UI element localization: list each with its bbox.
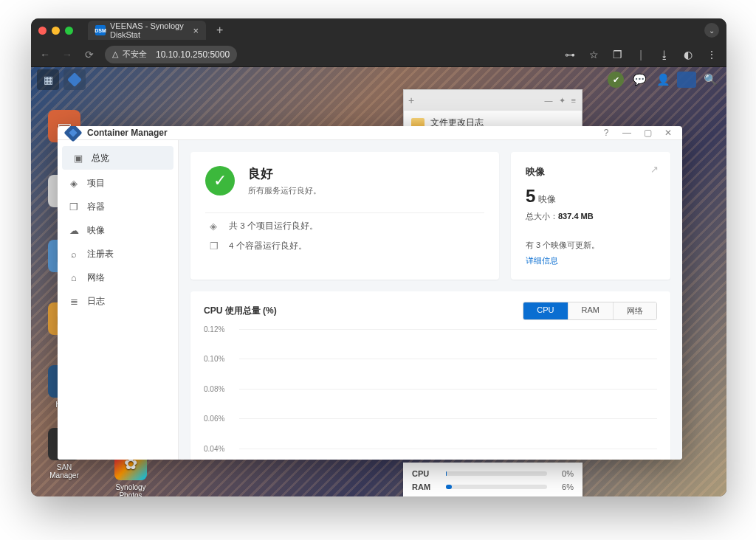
new-tab-button[interactable]: + — [216, 24, 223, 37]
log-icon: ≣ — [68, 296, 80, 307]
bg-minimize-icon[interactable]: — — [545, 96, 553, 105]
chart-tab-net[interactable]: 网络 — [613, 302, 656, 319]
sidebar-item-registry[interactable]: ⌕注册表 — [58, 242, 178, 266]
images-update-text: 有 3 个映像可更新。 — [526, 240, 656, 251]
profile-icon[interactable]: ◐ — [681, 49, 695, 60]
dashboard-icon[interactable] — [676, 70, 697, 89]
status-subtitle: 所有服务运行良好。 — [248, 185, 321, 196]
status-line-2: 4 个容器运行良好。 — [229, 240, 307, 252]
reload-button[interactable]: ⟳ — [83, 49, 96, 60]
user-icon[interactable]: 👤 — [653, 70, 673, 89]
browser-window: DSM VEENAS - Synology DiskStat × + ⌄ ← →… — [31, 18, 726, 496]
sidebar-item-log[interactable]: ≣日志 — [58, 289, 178, 313]
status-ok-icon: ✓ — [205, 166, 235, 195]
sidebar-item-network[interactable]: ⌂网络 — [58, 266, 178, 289]
bg-pin-icon[interactable]: ✦ — [559, 96, 566, 105]
images-card[interactable]: ↗ 映像 5映像 总大小：837.4 MB 有 3 个映像可更新。 详细信息 — [511, 152, 670, 280]
tab-favicon-icon: DSM — [95, 25, 106, 35]
overview-icon: ▣ — [72, 153, 84, 164]
sysmon-cpu-value: 0% — [553, 469, 574, 478]
chart-ytick: 0.12% — [204, 325, 224, 333]
bg-new-tab-icon[interactable]: + — [408, 94, 414, 106]
window-traffic-lights — [38, 27, 73, 35]
sidebar-item-project[interactable]: ◈项目 — [58, 171, 178, 195]
chart-plot-area: 0.12%0.10%0.08%0.06%0.04% — [204, 325, 657, 454]
url-field[interactable]: △ 不安全 10.10.10.250:5000 — [105, 46, 237, 63]
sysmon-ram-label: RAM — [412, 482, 440, 491]
sysmon-ram-value: 6% — [553, 482, 574, 491]
chart-ytick: 0.06% — [204, 415, 224, 423]
security-label: 不安全 — [123, 49, 147, 60]
browser-tab[interactable]: DSM VEENAS - Synology DiskStat × — [88, 21, 206, 40]
projects-icon: ◈ — [210, 221, 221, 232]
network-icon: ⌂ — [68, 272, 80, 283]
insecure-icon: △ — [112, 49, 118, 59]
images-size-label: 总大小： — [526, 212, 558, 221]
bookmark-icon[interactable]: ☆ — [586, 49, 601, 60]
address-bar: ← → ⟳ △ 不安全 10.10.10.250:5000 ⊶ ☆ ❐ | ⭳ … — [31, 42, 726, 67]
minimize-icon[interactable]: — — [622, 128, 632, 138]
sidebar-item-container[interactable]: ❐容器 — [58, 195, 178, 218]
images-unit: 映像 — [538, 194, 556, 204]
sysmon-total-label: 总计 - — [412, 496, 440, 496]
fullscreen-window-icon[interactable] — [65, 27, 73, 35]
browser-tab-bar: DSM VEENAS - Synology DiskStat × + ⌄ — [31, 18, 726, 42]
chart-ytick: 0.10% — [204, 355, 224, 363]
dsm-taskbar: ▦ ✔ 💬 👤 🔍 — [31, 67, 726, 92]
chart-title: CPU 使用总量 (%) — [204, 305, 277, 317]
cm-sidebar: ▣总览 ◈项目 ❐容器 ☁映像 ⌕注册表 ⌂网络 ≣日志 — [58, 140, 179, 460]
chart-ytick: 0.04% — [204, 444, 224, 452]
sidebar-item-image[interactable]: ☁映像 — [58, 218, 178, 242]
sysmon-cpu-label: CPU — [412, 469, 440, 478]
minimize-window-icon[interactable] — [52, 27, 60, 35]
sidebar-item-overview[interactable]: ▣总览 — [62, 146, 173, 170]
images-size-value: 837.4 MB — [558, 212, 594, 221]
images-details-link[interactable]: 详细信息 — [526, 255, 656, 266]
tabs-overflow-icon[interactable]: ⌄ — [704, 23, 719, 38]
chart-tab-group: CPU RAM 网络 — [523, 302, 657, 320]
status-line-1: 共 3 个项目运行良好。 — [229, 221, 318, 232]
main-menu-button[interactable]: ▦ — [37, 69, 59, 90]
container-manager-window: Container Manager ? — ▢ ✕ ▣总览 ◈项目 ❐容器 ☁映… — [58, 126, 682, 460]
key-icon[interactable]: ⊶ — [563, 49, 577, 60]
url-text: 10.10.10.250:5000 — [156, 49, 230, 60]
sysmon-cpu-bar — [446, 471, 547, 476]
tab-title: VEENAS - Synology DiskStat — [110, 21, 187, 39]
bg-options-icon[interactable]: ≡ — [571, 96, 576, 105]
images-count: 5 — [526, 186, 535, 206]
extensions-icon[interactable]: ❐ — [610, 49, 625, 60]
container-icon: ❐ — [68, 201, 80, 212]
chart-tab-cpu[interactable]: CPU — [523, 302, 567, 319]
close-window-icon[interactable] — [38, 27, 47, 35]
tab-close-icon[interactable]: × — [193, 25, 199, 36]
help-icon[interactable]: ? — [601, 128, 611, 138]
chat-icon[interactable]: 💬 — [629, 70, 650, 89]
search-icon[interactable]: 🔍 — [700, 70, 721, 89]
status-badge-icon[interactable]: ✔ — [605, 70, 626, 89]
chart-ytick: 0.08% — [204, 384, 224, 392]
maximize-icon[interactable]: ▢ — [642, 128, 653, 138]
dsm-desktop: ▦ ✔ 💬 👤 🔍 + — ✦ ≡ — [31, 67, 726, 496]
sysmon-ram-bar — [446, 485, 547, 489]
image-icon: ☁ — [68, 225, 80, 236]
system-monitor-widget[interactable]: CPU 0% RAM 6% 总计 - ⇡ 2.2 KB/s ⇣ 5.3 KB/s… — [403, 463, 583, 496]
cm-title: Container Manager — [87, 128, 168, 138]
cm-titlebar[interactable]: Container Manager ? — ▢ ✕ — [58, 126, 682, 140]
taskbar-container-manager-icon[interactable] — [63, 69, 86, 90]
status-card: ✓ 良好 所有服务运行良好。 ◈共 3 个项目运行良好。 ❐4 个容器运行良好。 — [190, 152, 499, 280]
images-heading: 映像 — [526, 165, 656, 179]
back-button[interactable]: ← — [38, 49, 52, 60]
containers-icon: ❐ — [210, 240, 221, 252]
forward-button[interactable]: → — [61, 49, 74, 60]
close-icon[interactable]: ✕ — [663, 128, 673, 138]
project-icon: ◈ — [68, 178, 80, 189]
menu-icon[interactable]: ⋮ — [704, 49, 719, 60]
registry-icon: ⌕ — [68, 249, 80, 260]
download-icon[interactable]: ⭳ — [657, 49, 672, 60]
open-arrow-icon[interactable]: ↗ — [650, 164, 659, 175]
chart-card: CPU 使用总量 (%) CPU RAM 网络 0.12%0.10%0.08%0… — [190, 291, 670, 460]
cm-main: ✓ 良好 所有服务运行良好。 ◈共 3 个项目运行良好。 ❐4 个容器运行良好。 — [179, 140, 682, 460]
chart-tab-ram[interactable]: RAM — [568, 302, 613, 319]
status-title: 良好 — [248, 165, 321, 182]
